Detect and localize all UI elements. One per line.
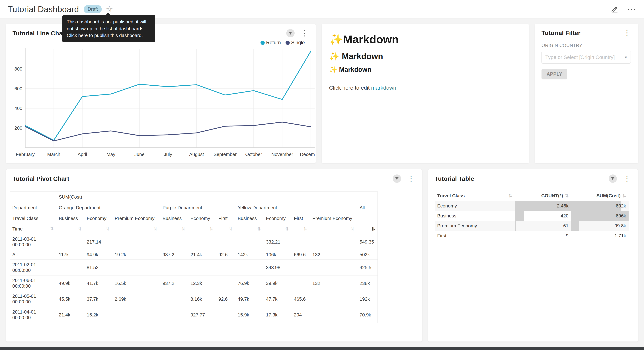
markdown-card: ✨Markdown ✨ Markdown ✨ Markdown Click he… xyxy=(322,24,529,164)
table-column-header[interactable]: Travel Class⇅ xyxy=(435,191,515,201)
cell-value: 420 xyxy=(517,213,568,219)
legend-item[interactable]: Single xyxy=(286,40,305,46)
pivot-value-cell: 92.6 xyxy=(216,250,235,260)
pivot-value-cell: 49.7k xyxy=(235,291,264,307)
favorite-star-icon[interactable]: ☆ xyxy=(106,5,113,13)
pivot-value-cell: 2.69k xyxy=(112,291,160,307)
pivot-value-cell: 8.16k xyxy=(188,291,216,307)
sum-cell: 99.8k xyxy=(571,221,628,231)
legend-dot-icon xyxy=(286,40,290,45)
legend-dot-icon xyxy=(260,40,265,45)
pivot-class-header: Premium Economy xyxy=(112,213,160,224)
count-cell: 9 xyxy=(515,231,571,241)
kebab-menu-icon[interactable]: ⋮ xyxy=(622,29,632,37)
pivot-value-cell: 41.7k xyxy=(84,276,112,291)
pivot-value-cell xyxy=(160,307,188,323)
pivot-value-cell: 21.4k xyxy=(188,250,216,260)
x-axis-label: October xyxy=(245,152,262,157)
sort-icon[interactable]: ⇅ xyxy=(154,226,157,232)
sort-icon-active[interactable]: ⇅ xyxy=(371,226,375,232)
sort-icon[interactable]: ⇅ xyxy=(304,226,307,232)
kebab-menu-icon[interactable]: ⋮ xyxy=(622,175,632,182)
pivot-value-cell xyxy=(235,234,264,250)
origin-country-select[interactable]: Type or Select [Origin Country] ▾ xyxy=(542,51,631,64)
markdown-footer-text: Click here to edit xyxy=(329,85,371,91)
pivot-value-cell: 937.2 xyxy=(160,250,188,260)
table-column-header[interactable]: COUNT(*)⇅ xyxy=(515,191,571,201)
sort-icon[interactable]: ⇅ xyxy=(210,226,213,232)
kebab-menu-icon[interactable]: ⋮ xyxy=(300,30,310,37)
sort-icon[interactable]: ⇅ xyxy=(50,226,54,232)
y-axis-tick: 800 xyxy=(14,66,22,72)
cell-value: 2.46k xyxy=(517,203,568,209)
pivot-value-cell xyxy=(291,234,310,250)
sort-icon[interactable]: ⇅ xyxy=(182,226,185,232)
pivot-value-cell: 12.3k xyxy=(188,276,216,291)
pivot-value-cell: 132 xyxy=(310,250,357,260)
card-header: Tutorial Pivot Chart ⋮ xyxy=(6,170,422,183)
pivot-row-label: 2011-05-01 00:00:00 xyxy=(10,291,56,307)
pivot-sort-cell: ⇅ xyxy=(264,224,291,234)
pivot-value-cell xyxy=(188,260,216,276)
markdown-edit-link[interactable]: markdown xyxy=(371,85,396,91)
pivot-value-cell: 92.6 xyxy=(216,291,235,307)
filter-indicator-icon[interactable] xyxy=(393,174,401,183)
edit-pencil-icon[interactable] xyxy=(610,5,618,13)
more-menu-icon[interactable]: ⋯ xyxy=(627,4,636,14)
publish-tooltip[interactable]: This dashboard is not published, it will… xyxy=(62,15,155,42)
sort-icon[interactable]: ⇅ xyxy=(106,226,110,232)
markdown-h1: ✨Markdown xyxy=(329,33,522,46)
pivot-value-cell xyxy=(216,307,235,323)
sort-icon[interactable]: ⇅ xyxy=(285,226,288,232)
sum-cell: 696k xyxy=(571,211,628,221)
pivot-value-cell: 549.35 xyxy=(357,234,378,250)
pivot-value-cell: 343.98 xyxy=(264,260,291,276)
markdown-h2: ✨ Markdown xyxy=(329,51,522,61)
pivot-row: Time⇅⇅⇅⇅⇅⇅⇅⇅⇅⇅⇅⇅ xyxy=(10,224,378,234)
pivot-department-label: Department xyxy=(10,202,56,213)
table-column-header[interactable]: SUM(Cost)⇅ xyxy=(571,191,628,201)
pivot-value-cell: 425.5 xyxy=(357,260,378,276)
chevron-down-icon: ▾ xyxy=(625,55,627,60)
sum-cell: 1.71k xyxy=(571,231,628,241)
line-chart-card: Tutorial Line Chart ⋮ ReturnSingle 20040… xyxy=(6,24,316,164)
column-header-label: COUNT(*) xyxy=(541,193,563,198)
pivot-group-header: Purple Department xyxy=(160,202,235,213)
pivot-value-cell: 142k xyxy=(235,250,264,260)
sort-icon[interactable]: ⇅ xyxy=(622,193,626,198)
filter-indicator-icon[interactable] xyxy=(609,174,617,183)
pivot-value-cell: 76.9k xyxy=(235,276,264,291)
pivot-value-cell: 21.4k xyxy=(56,307,84,323)
draft-badge[interactable]: Draft xyxy=(84,5,102,13)
sort-icon[interactable]: ⇅ xyxy=(565,193,568,198)
pivot-value-cell: 39.9k xyxy=(264,276,291,291)
pivot-class-header: Premium Economy xyxy=(310,213,357,224)
line-chart-canvas: 200400600800FebruaryMarchAprilMayJuneJul… xyxy=(6,46,315,164)
markdown-footer: Click here to edit markdown xyxy=(329,85,522,91)
table-row: Premium Economy6199.8k xyxy=(435,221,628,231)
filter-indicator-icon[interactable] xyxy=(286,29,294,37)
header-actions: ⋯ xyxy=(610,4,636,14)
pivot-class-header: Economy xyxy=(188,213,216,224)
pivot-travel-class-label: Travel Class xyxy=(10,213,56,224)
apply-button[interactable]: APPLY xyxy=(542,69,567,80)
table-card: Tutorial Table ⋮ Travel Class⇅COUNT(*)⇅S… xyxy=(428,169,638,342)
pivot-class-header: Business xyxy=(160,213,188,224)
sort-icon[interactable]: ⇅ xyxy=(351,226,354,232)
sort-icon[interactable]: ⇅ xyxy=(78,226,82,232)
kebab-menu-icon[interactable]: ⋮ xyxy=(406,175,416,182)
pivot-value-cell: 132 xyxy=(310,276,357,291)
sort-icon[interactable]: ⇅ xyxy=(257,226,261,232)
pivot-value-cell: 669.6 xyxy=(291,250,310,260)
pivot-value-cell xyxy=(112,307,160,323)
sort-icon[interactable]: ⇅ xyxy=(229,226,232,232)
pivot-value-cell: 37.7k xyxy=(84,291,112,307)
legend-item[interactable]: Return xyxy=(260,40,281,46)
pivot-value-cell: 49.9k xyxy=(56,276,84,291)
table-row: Business420696k xyxy=(435,211,628,221)
pivot-class-header: First xyxy=(216,213,235,224)
pivot-value-cell: 19.2k xyxy=(112,250,160,260)
y-axis-tick: 200 xyxy=(14,125,22,131)
legend-label: Return xyxy=(266,40,281,46)
sort-icon[interactable]: ⇅ xyxy=(508,193,512,198)
